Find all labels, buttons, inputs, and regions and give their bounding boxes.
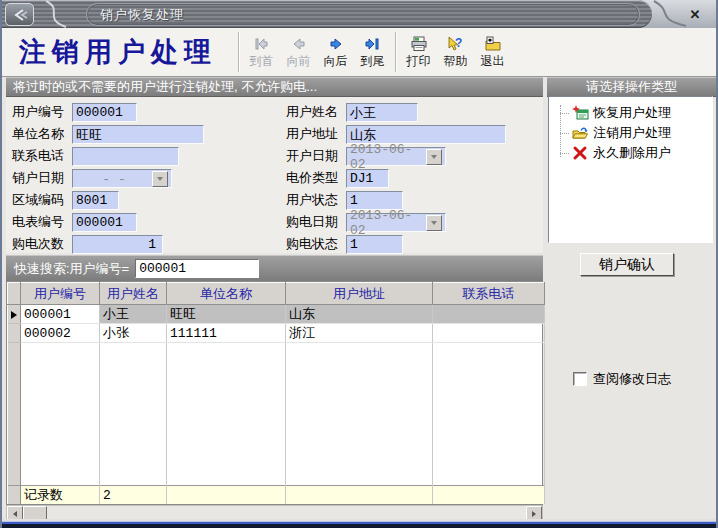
print-label: 打印 bbox=[407, 53, 431, 70]
info-bar-text: 将过时的或不需要的用户进行注销处理, 不允许购电... bbox=[13, 78, 317, 96]
tree-item-restore-user[interactable]: 恢复用户处理 bbox=[549, 103, 712, 123]
tree-item-deregister-user[interactable]: 注销用户处理 bbox=[549, 123, 712, 143]
cell-user-id[interactable]: 000002 bbox=[21, 324, 100, 343]
page-title: 注销用户处理 bbox=[2, 34, 234, 70]
table-row[interactable]: 000002 小张 111111 浙江 bbox=[8, 324, 545, 343]
form-row: 销户日期 - - bbox=[12, 167, 204, 189]
side-panel-header: 请选择操作类型 bbox=[547, 77, 716, 97]
deregister-user-icon bbox=[571, 125, 589, 141]
chevron-down-icon[interactable] bbox=[426, 149, 442, 165]
grid-header-row: 用户编号 用户姓名 单位名称 用户地址 联系电话 bbox=[8, 283, 545, 305]
current-row-icon bbox=[11, 311, 17, 319]
user-grid: 用户编号 用户姓名 单位名称 用户地址 联系电话 000001 小王 旺旺 山东… bbox=[6, 281, 543, 505]
cell-user-id[interactable]: 000001 bbox=[21, 305, 100, 324]
table-row[interactable]: 000001 小王 旺旺 山东 bbox=[8, 305, 545, 324]
form-row: 购电状态 1 bbox=[286, 233, 506, 255]
grid-empty-area bbox=[8, 343, 545, 486]
help-label: 帮助 bbox=[444, 53, 468, 70]
tree-stub bbox=[560, 153, 569, 154]
horizontal-scrollbar[interactable] bbox=[6, 505, 543, 520]
tree-item-delete-user[interactable]: 永久删除用户 bbox=[549, 143, 712, 163]
unit-name-field[interactable]: 旺旺 bbox=[72, 125, 204, 144]
scroll-left-icon bbox=[13, 511, 17, 517]
cell-phone[interactable] bbox=[433, 305, 545, 324]
cancel-date-combo[interactable]: - - bbox=[72, 169, 172, 188]
field-label: 电表编号 bbox=[12, 213, 72, 231]
titlebar[interactable]: 销户恢复处理 ✕ bbox=[2, 0, 716, 28]
exit-label: 退出 bbox=[481, 53, 505, 70]
nav-next-label: 向后 bbox=[324, 53, 348, 70]
search-label: 快速搜索:用户编号= bbox=[14, 260, 129, 278]
meter-id-field[interactable]: 000001 bbox=[72, 213, 137, 232]
field-label: 购电状态 bbox=[286, 235, 346, 253]
toolbar: 注销用户处理 到首 向前 bbox=[2, 28, 716, 77]
cell-address[interactable]: 浙江 bbox=[286, 324, 433, 343]
help-button[interactable]: ? 帮助 bbox=[437, 35, 474, 70]
purchase-date-combo[interactable]: 2013-06-02 bbox=[346, 213, 446, 232]
record-count-label: 记录数 bbox=[21, 486, 100, 505]
purchase-status-field[interactable]: 1 bbox=[346, 235, 403, 254]
checkbox-icon[interactable] bbox=[573, 372, 587, 386]
chevron-down-icon[interactable] bbox=[152, 171, 168, 187]
app-icon bbox=[5, 3, 34, 26]
window-title: 销户恢复处理 bbox=[100, 6, 184, 24]
view-log-checkbox[interactable]: 查阅修改日志 bbox=[573, 370, 671, 388]
nav-first-button[interactable]: 到首 bbox=[243, 35, 280, 70]
print-button[interactable]: 打印 bbox=[400, 35, 437, 70]
field-label: 单位名称 bbox=[12, 125, 72, 143]
cell-user-name[interactable]: 小王 bbox=[100, 305, 167, 324]
column-header: 用户地址 bbox=[286, 283, 433, 305]
form-row: 单位名称 旺旺 bbox=[12, 123, 204, 145]
region-code-field[interactable]: 8001 bbox=[72, 191, 119, 210]
phone-field[interactable] bbox=[72, 147, 179, 166]
operation-tree: 恢复用户处理 注销用户处理 bbox=[548, 96, 713, 243]
row-indicator bbox=[8, 305, 21, 324]
arrow-prev-icon bbox=[290, 35, 308, 53]
confirm-cancel-button[interactable]: 销户确认 bbox=[580, 253, 674, 276]
cell-user-name[interactable]: 小张 bbox=[100, 324, 167, 343]
form-row: 电表编号 000001 bbox=[12, 211, 204, 233]
column-header: 联系电话 bbox=[433, 283, 545, 305]
form-row: 购电日期 2013-06-02 bbox=[286, 211, 506, 233]
help-cursor-icon: ? bbox=[447, 35, 465, 53]
cell-unit-name[interactable]: 旺旺 bbox=[167, 305, 286, 324]
toolbar-separator bbox=[395, 32, 396, 72]
nav-first-label: 到首 bbox=[250, 53, 274, 70]
field-label: 用户编号 bbox=[12, 103, 72, 121]
grid-indicator-header bbox=[8, 283, 21, 305]
cell-phone[interactable] bbox=[433, 324, 545, 343]
price-type-field[interactable]: DJ1 bbox=[346, 169, 389, 188]
field-label: 联系电话 bbox=[12, 147, 72, 165]
open-date-combo[interactable]: 2013-06-02 bbox=[346, 147, 446, 166]
tree-item-label: 永久删除用户 bbox=[593, 144, 671, 162]
toolbar-separator bbox=[238, 32, 239, 72]
search-input[interactable] bbox=[135, 259, 259, 278]
window-bottom-frame bbox=[2, 519, 716, 528]
nav-last-label: 到尾 bbox=[361, 53, 385, 70]
form-row: 开户日期 2013-06-02 bbox=[286, 145, 506, 167]
field-label: 用户状态 bbox=[286, 191, 346, 209]
exit-button[interactable]: 退出 bbox=[474, 35, 511, 70]
nav-prev-button[interactable]: 向前 bbox=[280, 35, 317, 70]
cell-address[interactable]: 山东 bbox=[286, 305, 433, 324]
cell-unit-name[interactable]: 111111 bbox=[167, 324, 286, 343]
field-label: 区域编码 bbox=[12, 191, 72, 209]
tree-item-label: 恢复用户处理 bbox=[593, 104, 671, 122]
user-name-field[interactable]: 小王 bbox=[346, 103, 418, 122]
purchase-count-field[interactable]: 1 bbox=[72, 235, 163, 254]
tree-stub bbox=[560, 133, 569, 134]
nav-last-button[interactable]: 到尾 bbox=[354, 35, 391, 70]
field-label: 电价类型 bbox=[286, 169, 346, 187]
field-label: 销户日期 bbox=[12, 169, 72, 187]
form-row: 联系电话 bbox=[12, 145, 204, 167]
chevron-down-icon[interactable] bbox=[426, 215, 442, 231]
field-label: 购电日期 bbox=[286, 213, 346, 231]
close-button[interactable]: ✕ bbox=[686, 5, 704, 23]
delete-user-icon bbox=[571, 145, 589, 161]
nav-next-button[interactable]: 向后 bbox=[317, 35, 354, 70]
user-id-field[interactable]: 000001 bbox=[72, 103, 137, 122]
user-form: 用户编号 000001 单位名称 旺旺 联系电话 销户日期 - - 区域编码 bbox=[6, 97, 543, 253]
nav-prev-label: 向前 bbox=[287, 53, 311, 70]
side-panel: 请选择操作类型 恢复用户处理 bbox=[547, 77, 716, 520]
grid-footer-row: 记录数 2 bbox=[8, 486, 545, 505]
